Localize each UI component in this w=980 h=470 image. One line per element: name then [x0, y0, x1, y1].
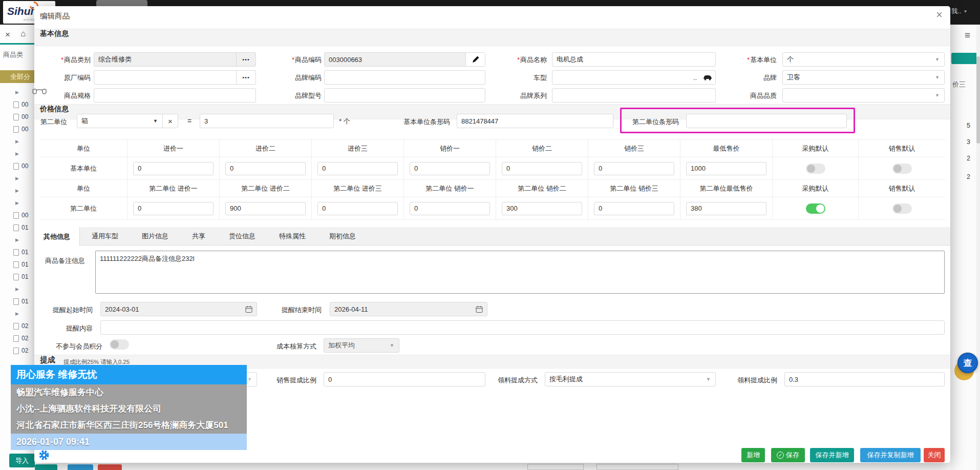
tab-images[interactable]: 图片信息 — [130, 227, 180, 246]
sale-price2-input[interactable] — [502, 162, 582, 175]
tab-special-attrs[interactable]: 特殊属性 — [267, 227, 317, 246]
tab-opening-info[interactable]: 期初信息 — [317, 227, 368, 246]
unit2-sale-price1-input[interactable] — [410, 202, 490, 215]
brand-series-input[interactable] — [552, 88, 716, 103]
tab-common-models[interactable]: 通用车型 — [80, 227, 130, 246]
background-button-partial[interactable] — [35, 464, 57, 470]
product-name-input[interactable] — [552, 52, 716, 67]
unit2-min-price-input[interactable] — [686, 202, 766, 215]
quality-select[interactable]: ▼ — [782, 88, 945, 103]
no-member-points-toggle[interactable] — [110, 339, 129, 350]
sale-default-toggle[interactable] — [892, 164, 912, 174]
save-and-copy-new-button[interactable]: 保存并复制新增 — [860, 448, 921, 462]
tab-other-info[interactable]: 其他信息 — [34, 227, 80, 246]
unit2-purchase-price3-input[interactable] — [317, 202, 398, 215]
tree-item[interactable]: 00 — [0, 160, 34, 172]
tree-item[interactable]: 00 — [0, 98, 34, 111]
sale-price1-input[interactable] — [410, 162, 490, 175]
tree-item[interactable]: 01 — [0, 271, 34, 283]
unit-ratio-input[interactable] — [200, 114, 334, 128]
add-new-button[interactable]: 新增 — [741, 448, 765, 462]
close-icon[interactable]: × — [5, 30, 10, 40]
min-price-input[interactable] — [686, 162, 766, 175]
remind-end-field[interactable]: 2026-04-11 — [330, 302, 487, 316]
purchase-default-toggle[interactable] — [806, 164, 825, 174]
tree-item[interactable]: 01 — [0, 246, 34, 258]
purchase-price2-input[interactable] — [225, 162, 306, 175]
expand-arrow-icon[interactable]: ▶ — [15, 311, 19, 316]
dots-icon[interactable]: .. — [693, 74, 697, 81]
purchase-price3-input[interactable] — [317, 162, 398, 175]
close-button[interactable]: 关闭 — [924, 448, 945, 462]
menu-icon[interactable]: ≡ — [965, 30, 970, 41]
tree-item[interactable]: 01 — [0, 221, 34, 234]
expand-arrow-icon[interactable]: ▶ — [15, 188, 19, 193]
tree-item[interactable]: 00 — [0, 111, 34, 123]
expand-arrow-icon[interactable]: ▶ — [15, 287, 19, 292]
expand-arrow-icon[interactable]: ▶ — [15, 139, 19, 144]
background-button-partial[interactable] — [98, 464, 122, 470]
material-ratio-input[interactable] — [784, 372, 945, 386]
base-barcode-input[interactable] — [457, 114, 613, 128]
unit2-sale-default-toggle[interactable] — [892, 203, 912, 214]
save-and-new-button[interactable]: 保存并新增 — [810, 448, 854, 462]
background-teal-button[interactable] — [951, 53, 978, 64]
user-menu[interactable]: 我.. ▼ — [951, 7, 967, 16]
expand-arrow-icon[interactable]: ▶ — [15, 176, 19, 181]
tree-item[interactable]: ▶ — [0, 234, 34, 246]
spec-input[interactable] — [94, 88, 256, 103]
unit2-purchase-price2-input[interactable] — [225, 202, 306, 215]
unit2-purchase-price1-input[interactable] — [133, 202, 214, 215]
cost-method-select[interactable]: 加权平均▼ — [324, 338, 399, 353]
category-field[interactable]: 综合维修类••• — [94, 52, 256, 67]
gear-icon[interactable] — [39, 450, 49, 462]
float-search-button[interactable]: 查 — [957, 353, 978, 373]
calendar-icon[interactable] — [476, 305, 483, 313]
remark-textarea[interactable]: 111111222222商品备注信息232l — [95, 251, 945, 294]
tree-item[interactable]: ▶ — [0, 197, 34, 209]
tree-item[interactable]: 00 — [0, 123, 34, 135]
remind-content-input[interactable] — [100, 320, 945, 335]
expand-arrow-icon[interactable]: ▶ — [15, 151, 19, 156]
base-unit-select[interactable]: 个▼ — [782, 52, 945, 67]
brand-model-input[interactable] — [324, 88, 485, 103]
tab-storage-location[interactable]: 货位信息 — [217, 227, 267, 246]
scrollbar-thumb[interactable] — [976, 56, 980, 144]
tree-item[interactable]: ▶ — [0, 135, 34, 148]
brand-code-input[interactable] — [324, 70, 485, 85]
expand-arrow-icon[interactable]: ▶ — [15, 237, 19, 242]
second-barcode-input[interactable] — [686, 114, 847, 128]
sale-price3-input[interactable] — [594, 162, 674, 175]
vehicle-model-field[interactable]: .. — [552, 70, 716, 85]
tree-item[interactable]: ▶ — [0, 283, 34, 295]
tree-item[interactable]: ▶ — [0, 185, 34, 197]
save-button[interactable]: ✓保存 — [771, 448, 805, 462]
brand-select[interactable]: 卫客▼ — [782, 70, 945, 85]
unit2-sale-price2-input[interactable] — [502, 202, 582, 215]
tree-item[interactable]: 00 — [0, 209, 34, 221]
tree-item[interactable]: ▶ — [0, 172, 34, 185]
expand-arrow-icon[interactable]: ▶ — [15, 200, 19, 206]
unit2-sale-price3-input[interactable] — [594, 202, 674, 215]
home-icon[interactable]: ⌂ — [20, 29, 26, 39]
factory-code-field[interactable]: ••• — [94, 70, 256, 85]
sale-ratio-input[interactable] — [324, 372, 485, 386]
tree-item[interactable]: 02 — [0, 344, 34, 357]
material-method-select[interactable]: 按毛利提成▼ — [545, 372, 716, 386]
dialog-close-icon[interactable]: × — [936, 8, 943, 22]
unit2-purchase-default-toggle[interactable] — [806, 203, 825, 214]
product-code-field[interactable]: 003000663 — [324, 52, 485, 67]
expand-arrow-icon[interactable]: ▶ — [15, 90, 19, 95]
tree-item[interactable]: 02 — [0, 332, 34, 344]
caret-down-icon[interactable]: ▼ — [148, 118, 162, 124]
background-button-partial[interactable] — [68, 464, 93, 470]
clear-x-icon[interactable]: × — [162, 114, 178, 128]
tree-item[interactable]: 01 — [0, 258, 34, 271]
tree-item[interactable]: 02 — [0, 320, 34, 332]
remind-start-field[interactable]: 2024-03-01 — [100, 302, 257, 316]
second-unit-select[interactable]: 箱▼× — [77, 114, 178, 128]
tab-share[interactable]: 共享 — [180, 227, 217, 246]
purchase-price1-input[interactable] — [133, 162, 214, 175]
import-button[interactable]: 导入 — [9, 454, 35, 467]
tree-item[interactable]: ▶ — [0, 86, 34, 98]
